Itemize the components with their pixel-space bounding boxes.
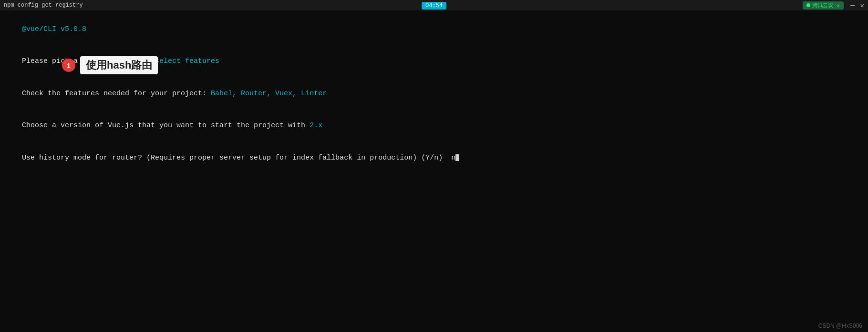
minimize-button[interactable]: — (850, 1, 854, 10)
terminal-line-4-prefix: Choose a version of Vue.js that you want… (22, 121, 310, 130)
terminal-line-4-value: 2.x (310, 121, 322, 130)
terminal-line-1-text: @vue/CLI v5.0.8 (22, 25, 86, 33)
tencent-dot (806, 3, 810, 7)
title-bar: npm config get registry 04:54 腾讯云议 ✕ — ✕ (0, 0, 868, 10)
watermark: CSDN @HxS006 (818, 322, 862, 329)
tencent-x-icon: ✕ (837, 2, 840, 9)
terminal-line-3: Check the features needed for your proje… (5, 78, 863, 110)
title-bar-right: 腾讯云议 ✕ — ✕ (803, 1, 864, 10)
terminal-line-1: @vue/CLI v5.0.8 (5, 13, 863, 46)
tencent-badge: 腾讯云议 ✕ (803, 1, 844, 10)
terminal-line-3-prefix: Check the features needed for your proje… (22, 90, 211, 98)
annotation: 1 使用hash路由 (62, 56, 158, 74)
title-bar-controls: — ✕ (850, 1, 864, 10)
tencent-label: 腾讯云议 (812, 2, 833, 9)
terminal-cursor (455, 154, 459, 161)
terminal-line-3-value: Babel, Router, Vuex, Linter (211, 90, 327, 98)
terminal-line-5-text: Use history mode for router? (Requires p… (22, 154, 455, 162)
timer-badge: 04:54 (422, 2, 446, 10)
close-button[interactable]: ✕ (860, 1, 864, 10)
annotation-badge: 1 (62, 59, 75, 72)
annotation-text: 使用hash路由 (80, 56, 158, 74)
terminal-line-4: Choose a version of Vue.js that you want… (5, 110, 863, 142)
title-bar-title: npm config get registry (4, 2, 83, 9)
title-bar-center: 04:54 (422, 1, 446, 10)
terminal-line-5: Use history mode for router? (Requires p… (5, 142, 863, 174)
